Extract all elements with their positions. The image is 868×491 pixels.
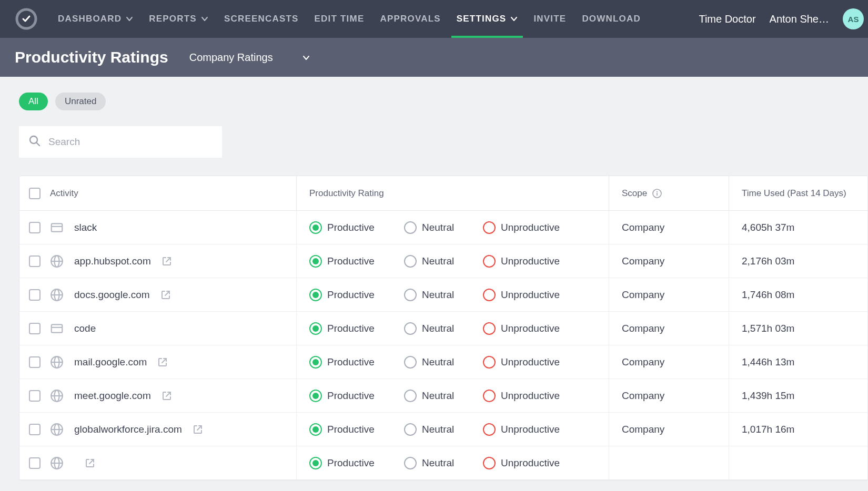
external-link-icon[interactable] xyxy=(162,256,172,267)
nav-item-download[interactable]: DOWNLOAD xyxy=(582,0,641,38)
rating-option-unproductive[interactable]: Unproductive xyxy=(483,255,578,268)
rating-option-productive[interactable]: Productive xyxy=(309,289,388,301)
rating-option-productive[interactable]: Productive xyxy=(309,423,388,436)
scope-cell[interactable]: Company xyxy=(609,312,729,345)
rating-option-neutral[interactable]: Neutral xyxy=(404,423,467,436)
row-checkbox[interactable] xyxy=(29,457,41,469)
radio-unproductive-icon xyxy=(483,221,496,234)
user-name[interactable]: Anton She… xyxy=(770,13,829,25)
scope-cell[interactable]: Company xyxy=(609,413,729,446)
rating-option-unproductive[interactable]: Unproductive xyxy=(483,289,578,301)
rating-option-neutral[interactable]: Neutral xyxy=(404,390,467,402)
table-row: codeProductiveNeutralUnproductiveCompany… xyxy=(19,312,867,345)
scope-cell[interactable] xyxy=(609,446,729,479)
header-time: Time Used (Past 14 Days) xyxy=(729,176,867,210)
rating-option-unproductive[interactable]: Unproductive xyxy=(483,356,578,369)
rating-option-productive[interactable]: Productive xyxy=(309,457,388,469)
rating-option-neutral[interactable]: Neutral xyxy=(404,356,467,369)
radio-productive-icon xyxy=(309,221,322,234)
rating-option-neutral[interactable]: Neutral xyxy=(404,255,467,268)
rating-option-unproductive[interactable]: Unproductive xyxy=(483,457,578,469)
rating-label: Productive xyxy=(327,222,375,233)
scope-selector[interactable]: Company Ratings xyxy=(189,52,310,64)
nav-item-label: INVITE xyxy=(533,14,566,24)
rating-option-productive[interactable]: Productive xyxy=(309,356,388,369)
nav-right: Time Doctor Anton She… AS xyxy=(699,8,853,29)
row-checkbox[interactable] xyxy=(29,424,41,435)
scope-cell[interactable]: Company xyxy=(609,379,729,412)
rating-option-productive[interactable]: Productive xyxy=(309,390,388,402)
external-link-icon[interactable] xyxy=(160,290,171,300)
rating-label: Unproductive xyxy=(501,424,560,435)
rating-option-productive[interactable]: Productive xyxy=(309,255,388,268)
rating-label: Productive xyxy=(327,289,375,301)
rating-option-unproductive[interactable]: Unproductive xyxy=(483,423,578,436)
nav-item-screencasts[interactable]: SCREENCASTS xyxy=(224,0,299,38)
row-checkbox[interactable] xyxy=(29,255,41,267)
time-used-cell: 1,446h 13m xyxy=(729,345,867,379)
rating-option-neutral[interactable]: Neutral xyxy=(404,221,467,234)
time-used-cell: 1,746h 08m xyxy=(729,278,867,311)
nav-item-invite[interactable]: INVITE xyxy=(533,0,566,38)
table-row: app.hubspot.comProductiveNeutralUnproduc… xyxy=(19,244,867,278)
activity-name: app.hubspot.com xyxy=(74,255,151,267)
rating-option-neutral[interactable]: Neutral xyxy=(404,289,467,301)
external-link-icon[interactable] xyxy=(157,357,168,367)
header-scope: Scope xyxy=(609,176,729,210)
activity-cell: globalworkforce.jira.com xyxy=(50,423,296,436)
rating-option-unproductive[interactable]: Unproductive xyxy=(483,390,578,402)
rating-option-neutral[interactable]: Neutral xyxy=(404,457,467,469)
chevron-down-icon xyxy=(201,15,208,23)
row-checkbox[interactable] xyxy=(29,222,41,233)
search-box[interactable] xyxy=(19,126,222,158)
scope-cell[interactable]: Company xyxy=(609,244,729,278)
time-used-cell: 1,439h 15m xyxy=(729,379,867,412)
filter-unrated[interactable]: Unrated xyxy=(55,93,106,110)
activity-name: docs.google.com xyxy=(74,289,150,301)
info-icon[interactable] xyxy=(652,189,662,198)
nav-item-label: DASHBOARD xyxy=(58,14,122,24)
external-link-icon[interactable] xyxy=(85,458,95,468)
rating-cell: ProductiveNeutralUnproductive xyxy=(296,379,609,412)
nav-item-label: APPROVALS xyxy=(380,14,440,24)
rating-option-productive[interactable]: Productive xyxy=(309,322,388,335)
row-checkbox-cell xyxy=(19,255,50,267)
row-checkbox[interactable] xyxy=(29,323,41,334)
scope-cell[interactable]: Company xyxy=(609,211,729,244)
filter-all[interactable]: All xyxy=(19,93,48,110)
activity-name: globalworkforce.jira.com xyxy=(74,424,182,435)
scope-cell[interactable]: Company xyxy=(609,345,729,379)
row-checkbox[interactable] xyxy=(29,289,41,301)
svg-line-30 xyxy=(197,426,201,430)
rating-option-unproductive[interactable]: Unproductive xyxy=(483,221,578,234)
globe-icon xyxy=(50,254,64,268)
row-checkbox[interactable] xyxy=(29,390,41,402)
nav-item-settings[interactable]: SETTINGS xyxy=(457,0,518,38)
search-input[interactable] xyxy=(48,136,213,148)
row-checkbox-cell xyxy=(19,390,50,402)
app-logo[interactable] xyxy=(15,7,38,30)
rating-label: Productive xyxy=(327,390,375,402)
svg-line-16 xyxy=(165,291,169,295)
nav-item-approvals[interactable]: APPROVALS xyxy=(380,0,440,38)
rating-option-neutral[interactable]: Neutral xyxy=(404,322,467,335)
external-link-icon[interactable] xyxy=(193,424,203,435)
rating-option-unproductive[interactable]: Unproductive xyxy=(483,322,578,335)
scope-cell[interactable]: Company xyxy=(609,278,729,311)
time-used-cell: 4,605h 37m xyxy=(729,211,867,244)
select-all-checkbox[interactable] xyxy=(29,188,41,199)
external-link-icon[interactable] xyxy=(162,391,172,401)
nav-item-reports[interactable]: REPORTS xyxy=(149,0,208,38)
activity-cell: docs.google.com xyxy=(50,288,296,302)
table-row: docs.google.comProductiveNeutralUnproduc… xyxy=(19,278,867,312)
svg-line-26 xyxy=(166,392,170,396)
svg-point-5 xyxy=(657,191,658,192)
nav-item-edit-time[interactable]: EDIT TIME xyxy=(315,0,365,38)
rating-option-productive[interactable]: Productive xyxy=(309,221,388,234)
avatar[interactable]: AS xyxy=(843,8,864,29)
activity-cell: slack xyxy=(50,221,296,234)
row-checkbox-cell xyxy=(19,356,50,368)
row-checkbox[interactable] xyxy=(29,356,41,368)
activity-name: code xyxy=(74,323,96,334)
nav-item-dashboard[interactable]: DASHBOARD xyxy=(58,0,133,38)
